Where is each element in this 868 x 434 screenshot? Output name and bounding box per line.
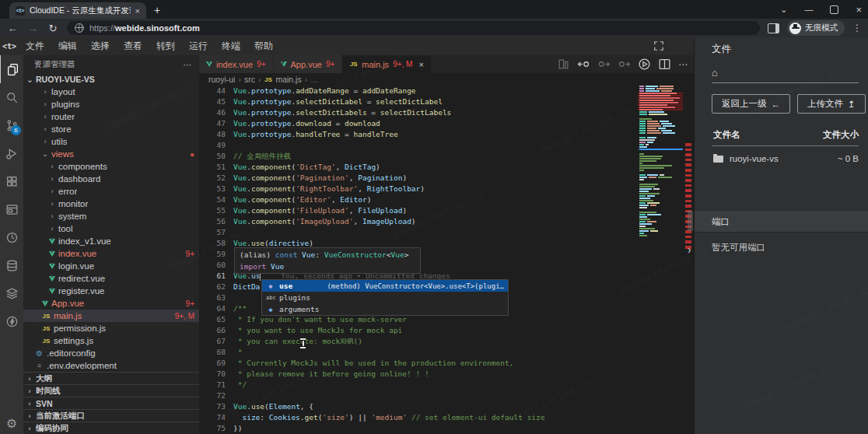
menu-item-运行[interactable]: 运行 [182,40,215,53]
tree-item-redirect.vue[interactable]: redirect.vue [23,272,199,285]
tree-item-.env.development[interactable]: ≡.env.development [23,359,199,372]
code-area[interactable]: (alias) const Vue: VueConstructor<Vue>im… [199,86,694,434]
editor-tab-main.js[interactable]: JSmain.js9+, M× [342,55,432,73]
tab-close-icon[interactable]: × [135,6,140,16]
split-editor-icon[interactable] [658,58,671,71]
section-SVN[interactable]: ›SVN [23,397,199,409]
tree-item-.editorconfig[interactable]: ⚙.editorconfig [23,347,199,359]
breadcrumb-item-ruoyi-ui[interactable]: ruoyi-ui [208,75,235,84]
code-line-55[interactable]: 55Vue.component('FileUpload', FileUpload… [199,205,694,216]
preview-icon[interactable] [0,195,23,223]
code-line-68[interactable]: 68 * [199,347,694,358]
menu-item-编辑[interactable]: 编辑 [51,40,84,53]
menu-item-终端[interactable]: 终端 [215,40,247,53]
upload-file-button[interactable]: 上传文件↥ [797,94,866,114]
code-line-57[interactable]: 57 [199,227,694,238]
tree-item-store[interactable]: ›store [23,123,199,135]
code-line-65[interactable]: 65 * If you don't want to use mock-serve… [199,314,694,325]
open-changes-icon[interactable] [557,58,570,71]
forward-icon[interactable]: → [26,23,39,34]
address-bar[interactable]: https://webide.sinosoft.com [67,21,760,35]
menu-item-帮助[interactable]: 帮助 [247,40,280,53]
reload-icon[interactable]: ↻ [47,23,59,34]
editor-tab-index.vue[interactable]: index.vue9+ [199,55,274,73]
browser-tab[interactable]: <t> CloudIDE - 云原生集成开发环境 × [9,2,146,19]
back-icon[interactable]: ← [6,23,19,34]
new-tab-button[interactable]: + [154,4,160,16]
lightning-icon[interactable] [0,307,23,335]
extensions-icon[interactable] [0,167,23,195]
side-panel-icon[interactable] [768,23,779,33]
window-close-button[interactable]: × [856,4,862,16]
code-line-49[interactable]: 49 [199,140,694,151]
tree-item-views[interactable]: ⌄views● [23,148,199,160]
tree-item-monitor[interactable]: ›monitor [23,198,199,210]
tree-item-index_v1.vue[interactable]: index_v1.vue [23,235,199,247]
tree-item-settings.js[interactable]: JSsettings.js [23,334,199,347]
suggest-item-plugins[interactable]: abcplugins [262,292,508,303]
explorer-more-icon[interactable]: ⋯ [184,60,192,69]
menu-item-转到[interactable]: 转到 [149,40,182,53]
more-actions-icon[interactable]: ⋯ [678,59,688,70]
tree-item-App.vue[interactable]: App.vue9+ [23,297,199,310]
suggest-item-arguments[interactable]: ◈arguments [262,303,508,315]
tree-item-dashboard[interactable]: ›dashboard [23,173,199,185]
tree-item-components[interactable]: ›components [23,160,199,173]
source-control-icon[interactable]: 6 [0,111,23,139]
panel-collapse-icon[interactable]: › [688,243,691,256]
code-line-73[interactable]: 73Vue.use(Element, { [199,401,694,412]
tree-item-router[interactable]: ›router [23,110,199,123]
code-line-72[interactable]: 72 [199,390,694,401]
code-line-54[interactable]: 54Vue.component('Editor', Editor) [199,194,694,205]
code-line-67[interactable]: 67 * you can execute: mockXHR() [199,336,694,347]
code-line-71[interactable]: 71 */ [199,380,694,390]
tree-item-layout[interactable]: ›layout [23,86,199,98]
suggest-item-use[interactable]: ❖use(method) VueConstructor<Vue>.use<T>(… [262,280,508,292]
browser-menu-icon[interactable]: ⋮ [852,23,862,33]
settings-gear-icon[interactable]: ⚙ [6,416,17,431]
breadcrumb-item-main.js[interactable]: main.js [275,75,301,84]
menu-item-查看[interactable]: 查看 [117,40,149,53]
tree-root-ruoyi-vue-vs[interactable]: ⌄ RUOYI-VUE-VS [23,73,199,86]
run-debug-icon[interactable] [0,139,23,167]
nav-forward2-icon[interactable] [618,58,631,71]
code-line-69[interactable]: 69 * Currently MockJs will be used in th… [199,358,694,369]
editor-tab-App.vue[interactable]: App.vue9+ [274,55,343,73]
monitor-icon[interactable] [0,223,23,251]
tab-close-icon[interactable]: × [418,60,423,69]
code-line-45[interactable]: 45Vue.prototype.selectDictLabel = select… [199,96,694,107]
code-line-75[interactable]: 75}) [199,423,694,434]
code-line-66[interactable]: 66 * you want to use MockJs for mock api [199,325,694,336]
section-编码协同[interactable]: ›编码协同 [23,422,199,434]
layers-icon[interactable] [0,279,23,307]
tree-item-utils[interactable]: ›utils [23,135,199,148]
code-line-74[interactable]: 74 size: Cookies.get('size') || 'medium'… [199,412,694,423]
code-line-46[interactable]: 46Vue.prototype.selectDictLabels = selec… [199,107,694,118]
nav-forward-icon[interactable] [597,58,611,71]
editor-scrollbar[interactable] [688,211,693,231]
file-row[interactable]: ruoyi-vue-vs ~ 0 B [713,154,859,163]
search-icon[interactable] [0,83,23,111]
window-maximize-button[interactable] [830,5,838,14]
section-当前激活端口[interactable]: ›当前激活端口 [23,409,199,422]
tree-item-login.vue[interactable]: login.vue [23,260,199,272]
code-line-44[interactable]: 44Vue.prototype.addDateRange = addDateRa… [199,86,694,96]
breadcrumb[interactable]: ruoyi-ui›src›JSmain.js›… [199,73,694,86]
back-to-parent-button[interactable]: 返回上一级← [712,94,790,114]
tree-item-permission.js[interactable]: JSpermission.js [23,322,199,334]
tree-item-system[interactable]: ›system [23,210,199,222]
fullscreen-icon[interactable] [653,40,664,51]
tab-search-icon[interactable]: ⌄ [780,5,787,15]
ports-header[interactable]: 端口 [695,212,868,233]
explorer-icon[interactable] [0,55,24,83]
tree-item-main.js[interactable]: JSmain.js9+, M [23,310,199,322]
database-icon[interactable] [0,251,23,279]
suggest-widget[interactable]: ❖use(method) VueConstructor<Vue>.use<T>(… [261,279,509,316]
tree-item-register.vue[interactable]: register.vue [23,285,199,297]
code-line-48[interactable]: 48Vue.prototype.handleTree = handleTree [199,129,694,140]
minimap[interactable] [638,86,683,434]
tree-item-plugins[interactable]: ›plugins [23,98,199,110]
breadcrumb-item-src[interactable]: src [244,75,255,84]
code-line-51[interactable]: 51Vue.component('DictTag', DictTag) [199,162,694,173]
tree-item-tool[interactable]: ›tool [23,222,199,235]
